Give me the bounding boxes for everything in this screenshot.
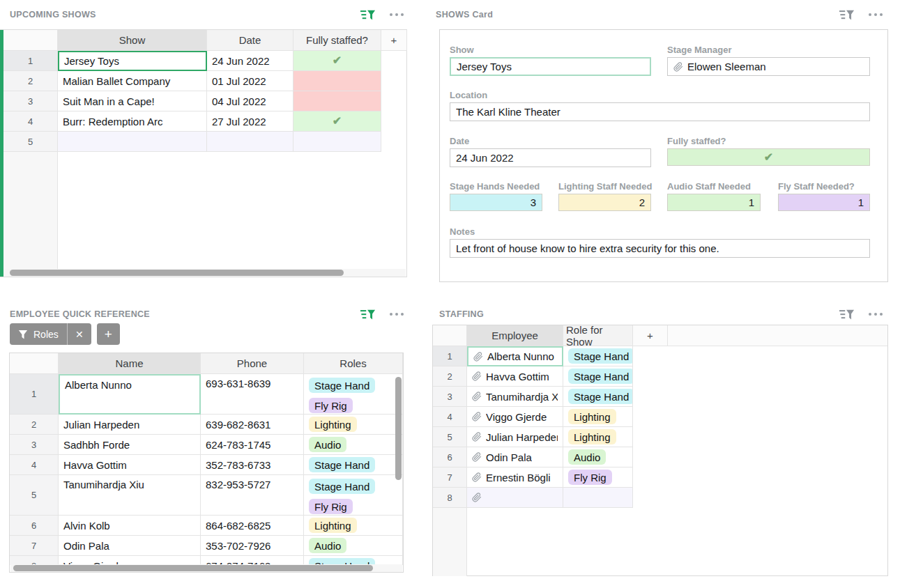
cell-date[interactable]: 27 Jul 2022 (207, 111, 293, 132)
horizontal-scrollbar-thumb[interactable] (13, 565, 373, 571)
cell-name[interactable]: Odin Pala (59, 536, 201, 556)
column-header-show[interactable]: Show (58, 30, 207, 51)
row-number[interactable]: 6 (10, 516, 59, 536)
cell-fully-staffed[interactable] (293, 71, 381, 91)
paperclip-icon[interactable] (472, 412, 482, 421)
paperclip-icon[interactable] (472, 432, 482, 442)
cell-role[interactable]: Fly Rig (563, 467, 633, 488)
cell-name[interactable]: Julian Harpeden (59, 415, 201, 435)
add-column-button[interactable]: + (381, 30, 407, 51)
notes-field[interactable]: Let front of house know to hire extra se… (450, 239, 870, 258)
cell-employee[interactable]: Ernestin Bögli (467, 467, 563, 488)
more-menu-icon[interactable] (390, 309, 404, 320)
filter-icon[interactable] (839, 309, 855, 320)
filter-icon[interactable] (360, 9, 376, 21)
cell-phone[interactable]: 832-953-5727 (201, 475, 304, 516)
cell-fully-staffed[interactable] (293, 91, 381, 111)
cell-roles[interactable]: Audio (304, 536, 403, 556)
row-number[interactable]: 1 (10, 374, 59, 415)
vertical-scrollbar[interactable] (395, 377, 402, 480)
cell-phone[interactable]: 353-702-7926 (201, 536, 304, 556)
cell-role[interactable]: Stage Hand (563, 387, 633, 407)
cell-name[interactable]: Alberta Nunno (59, 374, 201, 415)
row-number[interactable]: 4 (10, 455, 59, 475)
row-number[interactable]: 3 (433, 387, 467, 407)
roles-filter-chip[interactable]: Roles ✕ (10, 323, 91, 345)
stage-manager-field[interactable]: Elowen Sleeman (667, 57, 870, 76)
cell-role[interactable] (563, 488, 633, 508)
row-number[interactable]: 2 (3, 71, 58, 91)
horizontal-scrollbar-thumb[interactable] (10, 270, 344, 276)
row-number[interactable]: 6 (433, 447, 467, 467)
stage-hands-needed-field[interactable]: 3 (450, 194, 542, 211)
row-number[interactable]: 3 (10, 435, 59, 455)
more-menu-icon[interactable] (390, 9, 404, 20)
cell-show[interactable]: Suit Man in a Cape! (58, 91, 207, 111)
cell-employee[interactable]: Odin Pala (467, 447, 563, 467)
cell-roles[interactable]: Lighting (304, 516, 403, 536)
row-number[interactable]: 7 (433, 467, 467, 488)
cell-role[interactable]: Audio (563, 447, 633, 467)
fully-staffed-field[interactable]: ✔ (667, 148, 870, 166)
cell-show[interactable]: Malian Ballet Company (58, 71, 207, 91)
date-field[interactable]: 24 Jun 2022 (450, 148, 651, 167)
cell-phone[interactable]: 639-682-8631 (201, 415, 304, 435)
cell-phone[interactable]: 352-783-6733 (201, 455, 304, 475)
column-header-name[interactable]: Name (59, 353, 201, 374)
paperclip-icon[interactable] (472, 452, 482, 462)
cell-fully-staffed[interactable]: ✔ (293, 111, 381, 132)
column-header-date[interactable]: Date (207, 30, 293, 51)
cell-name[interactable]: Alvin Kolb (59, 516, 201, 536)
row-number[interactable]: 7 (10, 536, 59, 556)
cell-role[interactable]: Lighting (563, 407, 633, 427)
cell-role[interactable]: Stage Hand (563, 366, 633, 387)
horizontal-scrollbar[interactable] (1, 269, 406, 277)
more-menu-icon[interactable] (869, 309, 883, 320)
cell-fully-staffed[interactable] (293, 132, 381, 152)
audio-staff-needed-field[interactable]: 1 (667, 194, 761, 211)
cell-employee[interactable]: Tanumihardja Xiu (467, 387, 563, 407)
cell-show[interactable] (58, 132, 207, 152)
add-filter-button[interactable]: + (97, 323, 120, 345)
paperclip-icon[interactable] (473, 352, 483, 362)
location-field[interactable]: The Karl Kline Theater (450, 102, 870, 121)
row-number[interactable]: 1 (3, 51, 58, 71)
paperclip-icon[interactable] (472, 493, 482, 502)
cell-show[interactable]: Burr: Redemption Arc (58, 111, 207, 132)
cell-phone[interactable]: 864-682-6825 (201, 516, 304, 536)
paperclip-icon[interactable] (472, 392, 482, 401)
show-field[interactable]: Jersey Toys (450, 57, 651, 76)
cell-employee[interactable]: Alberta Nunno (467, 346, 563, 366)
lighting-staff-needed-field[interactable]: 2 (558, 194, 651, 211)
row-number[interactable]: 2 (10, 415, 59, 435)
column-header-employee[interactable]: Employee (467, 325, 563, 346)
cell-roles[interactable]: Audio (304, 435, 403, 455)
column-header-phone[interactable]: Phone (201, 353, 304, 374)
column-header-fully-staffed[interactable]: Fully staffed? (293, 30, 381, 51)
cell-roles[interactable]: Stage Hand Fly Rig (304, 475, 403, 516)
cell-roles[interactable]: Stage Hand Fly Rig (304, 374, 403, 415)
cell-date[interactable]: 04 Jul 2022 (207, 91, 293, 111)
cell-date[interactable]: 01 Jul 2022 (207, 71, 293, 91)
filter-icon[interactable] (360, 309, 376, 320)
paperclip-icon[interactable] (673, 62, 683, 72)
filter-icon[interactable] (839, 9, 855, 21)
row-number[interactable]: 4 (433, 407, 467, 427)
add-column-button[interactable]: + (633, 325, 668, 346)
cell-role[interactable]: Lighting (563, 427, 633, 447)
row-number[interactable]: 4 (3, 111, 58, 132)
row-number[interactable]: 5 (10, 475, 59, 516)
cell-employee[interactable] (467, 488, 563, 508)
cell-name[interactable]: Havva Gottim (59, 455, 201, 475)
row-number[interactable]: 5 (433, 427, 467, 447)
cell-date[interactable]: 24 Jun 2022 (207, 51, 293, 71)
cell-employee[interactable]: Havva Gottim (467, 366, 563, 387)
column-header-roles[interactable]: Roles (304, 353, 403, 374)
cell-fully-staffed[interactable]: ✔ (293, 51, 381, 71)
paperclip-icon[interactable] (472, 371, 482, 381)
cell-employee[interactable]: Julian Harpeden (467, 427, 563, 447)
row-number[interactable]: 2 (433, 366, 467, 387)
fly-staff-needed-field[interactable]: 1 (778, 194, 870, 211)
cell-employee[interactable]: Viggo Gjerde (467, 407, 563, 427)
cell-role[interactable]: Stage Hand (563, 346, 633, 366)
